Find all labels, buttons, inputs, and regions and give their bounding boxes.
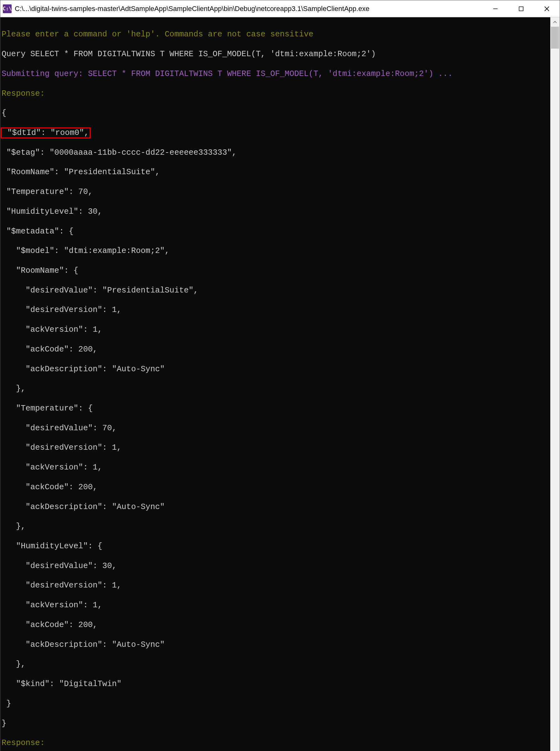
json-line: "ackDescription": "Auto-Sync" <box>2 502 549 512</box>
vertical-scrollbar[interactable] <box>550 17 560 751</box>
json-line: "ackVersion": 1, <box>2 463 549 472</box>
json-line: "$metadata": { <box>2 227 549 236</box>
scroll-up-arrow[interactable] <box>550 17 560 27</box>
maximize-icon <box>518 6 524 12</box>
json-line: }, <box>2 384 549 393</box>
json-line: } <box>2 699 549 709</box>
json-line: "ackCode": 200, <box>2 482 549 492</box>
json-line: "Temperature": { <box>2 404 549 413</box>
json-brace: } <box>2 719 549 728</box>
json-line: "RoomName": { <box>2 266 549 275</box>
json-line: "ackCode": 200, <box>2 345 549 354</box>
json-line: "$etag": "0000aaaa-11bb-cccc-dd22-eeeeee… <box>2 148 549 157</box>
json-line: "$model": "dtmi:example:Room;2", <box>2 246 549 256</box>
submitting-line: Submitting query: SELECT * FROM DIGITALT… <box>2 69 549 79</box>
json-line: "desiredVersion": 1, <box>2 305 549 315</box>
json-line: "$dtId": "room0", <box>2 128 549 138</box>
prompt-line: Please enter a command or 'help'. Comman… <box>2 30 549 39</box>
chevron-up-icon <box>553 21 557 23</box>
response-label: Response: <box>2 89 549 99</box>
minimize-icon <box>493 6 498 12</box>
json-line: }, <box>2 522 549 531</box>
close-icon <box>544 6 550 12</box>
json-line: "desiredValue": 30, <box>2 561 549 571</box>
minimize-button[interactable] <box>483 0 508 17</box>
response-label: Response: <box>2 738 549 748</box>
console-wrap: Please enter a command or 'help'. Comman… <box>0 17 560 751</box>
json-line: "ackVersion": 1, <box>2 600 549 610</box>
json-line: "HumidityLevel": 30, <box>2 207 549 216</box>
window-title: C:\...\digital-twins-samples-master\AdtS… <box>15 5 483 13</box>
close-button[interactable] <box>534 0 560 17</box>
json-line: "$kind": "DigitalTwin" <box>2 679 549 689</box>
json-brace: { <box>2 108 549 118</box>
json-line: "Temperature": 70, <box>2 187 549 197</box>
json-line: "HumidityLevel": { <box>2 541 549 551</box>
titlebar[interactable]: C:\ C:\...\digital-twins-samples-master\… <box>0 0 560 17</box>
json-line: "desiredValue": 70, <box>2 423 549 433</box>
json-line: "desiredValue": "PresidentialSuite", <box>2 286 549 295</box>
svg-rect-1 <box>519 6 523 11</box>
maximize-button[interactable] <box>508 0 534 17</box>
json-line: "desiredVersion": 1, <box>2 581 549 590</box>
scrollbar-thumb[interactable] <box>551 27 559 49</box>
window-controls <box>483 0 560 17</box>
json-line: "desiredVersion": 1, <box>2 443 549 452</box>
app-icon: C:\ <box>3 4 12 13</box>
console-output[interactable]: Please enter a command or 'help'. Comman… <box>0 17 550 751</box>
json-line: }, <box>2 659 549 669</box>
json-line: "RoomName": "PresidentialSuite", <box>2 167 549 177</box>
dtid-highlight: "$dtId": "room0", <box>1 128 91 138</box>
json-line: "ackCode": 200, <box>2 620 549 630</box>
json-line: "ackDescription": "Auto-Sync" <box>2 640 549 650</box>
query-command: Query SELECT * FROM DIGITALTWINS T WHERE… <box>2 49 549 59</box>
json-line: "ackVersion": 1, <box>2 325 549 334</box>
app-window: C:\ C:\...\digital-twins-samples-master\… <box>0 0 560 751</box>
json-line: "ackDescription": "Auto-Sync" <box>2 364 549 374</box>
